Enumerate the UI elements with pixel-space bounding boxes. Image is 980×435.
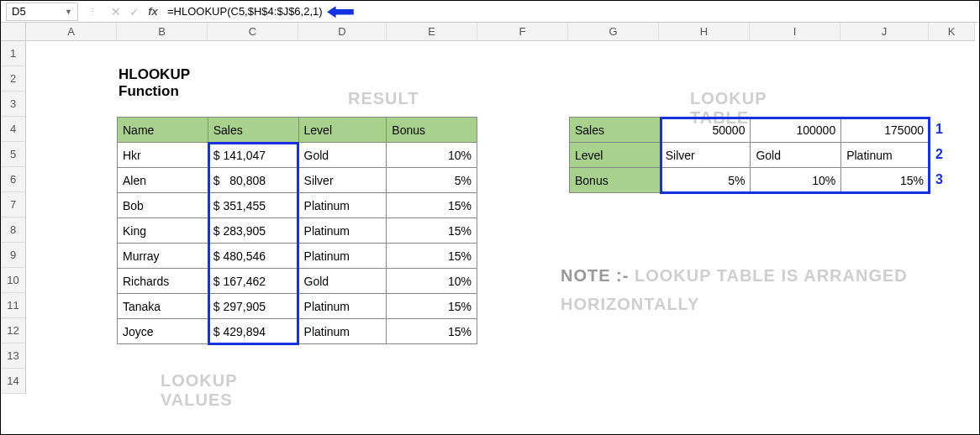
lookup-cell: 10% [751,168,841,193]
table-row: King$ 283,905Platinum15% [118,218,477,244]
hdr-name: Name [118,118,208,143]
cell-level[interactable]: Platinum [298,193,387,218]
row-tag: 2 [935,147,943,162]
col-header-B[interactable]: B [117,23,208,41]
cell-bonus[interactable]: 15% [387,193,477,218]
row-header-14[interactable]: 14 [1,369,26,394]
select-all-corner[interactable] [1,23,26,41]
lookup-cell: Silver [660,143,751,168]
table-row: Alen$ 80,808Silver5% [118,168,477,193]
cell-sales[interactable]: $ 80,808 [208,168,298,193]
cell-level[interactable]: Platinum [298,218,387,244]
lookup-label-sales: Sales [570,118,661,143]
cell-level[interactable]: Platinum [298,244,387,269]
row-header-3[interactable]: 3 [1,92,26,117]
cell-sales[interactable]: $ 167,462 [208,269,298,294]
cell-bonus[interactable]: 10% [387,143,477,168]
hdr-bonus: Bonus [387,118,477,143]
cancel-icon[interactable]: ✕ [107,5,125,18]
lookup-row-sales: Sales 50000 100000 175000 [570,118,930,143]
row-header-6[interactable]: 6 [1,167,26,192]
formula-input[interactable]: =HLOOKUP(C5,$H$4:$J$6,2,1) ⬅ [162,5,979,18]
cell-bonus[interactable]: 15% [387,294,477,319]
row-tag: 1 [935,122,943,137]
cell-bonus[interactable]: 15% [387,244,477,269]
col-header-H[interactable]: H [659,23,750,41]
cell-name[interactable]: King [118,218,208,244]
cell-level[interactable]: Silver [298,168,387,193]
col-header-A[interactable]: A [26,23,117,41]
lookup-label-bonus: Bonus [570,168,661,193]
row-header-8[interactable]: 8 [1,218,26,243]
col-header-G[interactable]: G [568,23,659,41]
formula-text: =HLOOKUP(C5,$H$4:$J$6,2,1) [167,5,323,18]
row-header-10[interactable]: 10 [1,268,26,293]
row-header-2[interactable]: 2 [1,66,26,92]
lookup-cell: 15% [841,168,930,193]
cell-name[interactable]: Bob [118,193,208,218]
cell-sales[interactable]: $ 297,905 [208,294,298,319]
lookup-cell: Platinum [841,143,930,168]
cell-level[interactable]: Platinum [298,319,387,344]
col-header-F[interactable]: F [477,23,568,41]
cell-bonus[interactable]: 15% [387,319,477,344]
row-header-11[interactable]: 11 [1,293,26,318]
cell-name[interactable]: Murray [118,244,208,269]
cell-sales[interactable]: $ 351,455 [208,193,298,218]
name-box[interactable]: D5 ▼ [6,3,78,21]
col-header-I[interactable]: I [750,23,840,41]
col-header-C[interactable]: C [208,23,298,41]
col-header-J[interactable]: J [840,23,929,41]
enter-icon[interactable]: ✓ [125,5,144,18]
result-table: Name Sales Level Bonus Hkr$ 141,047Gold1… [117,117,477,344]
cell-level[interactable]: Gold [298,143,387,168]
table-row: Joyce$ 429,894Platinum15% [118,319,477,344]
row-header-7[interactable]: 7 [1,192,26,218]
separator: ⋮ [78,7,107,16]
lookup-row-bonus: Bonus 5% 10% 15% [570,168,930,193]
row-header-9[interactable]: 9 [1,243,26,268]
table-row: Richards$ 167,462Gold10% [118,269,477,294]
table-header-row: Name Sales Level Bonus [118,118,477,143]
row-header-12[interactable]: 12 [1,318,26,343]
cell-level[interactable]: Gold [298,269,387,294]
cell-sales[interactable]: $ 283,905 [208,218,298,244]
row-header-5[interactable]: 5 [1,142,26,167]
lookup-cell: 50000 [660,118,751,143]
table-row: Bob$ 351,455Platinum15% [118,193,477,218]
row-header-13[interactable]: 13 [1,343,26,369]
row-header-4[interactable]: 4 [1,117,26,142]
table-row: Hkr$ 141,047Gold10% [118,143,477,168]
cell-bonus[interactable]: 15% [387,218,477,244]
col-header-K[interactable]: K [929,23,975,41]
cell-sales[interactable]: $ 141,047 [208,143,298,168]
anno-result: RESULT [348,89,419,108]
note-label: NOTE :- [561,266,629,285]
cell-name[interactable]: Tanaka [118,294,208,319]
hdr-sales: Sales [208,118,298,143]
lookup-cell: 175000 [841,118,930,143]
hdr-level: Level [298,118,387,143]
cell-name[interactable]: Hkr [118,143,208,168]
cell-sales[interactable]: $ 429,894 [208,319,298,344]
row-header-1[interactable]: 1 [1,41,26,66]
page-title: HLOOKUP Function [119,66,190,100]
anno-lookup-values: LOOKUP VALUES [161,371,237,410]
cell-name[interactable]: Joyce [118,319,208,344]
lookup-cell: 100000 [751,118,841,143]
cell-name[interactable]: Richards [118,269,208,294]
cell-bonus[interactable]: 10% [387,269,477,294]
col-header-E[interactable]: E [387,23,477,41]
table-row: Tanaka$ 297,905Platinum15% [118,294,477,319]
table-row: Murray$ 480,546Platinum15% [118,244,477,269]
cell-name[interactable]: Alen [118,168,208,193]
col-header-D[interactable]: D [298,23,387,41]
row-headers: 1234567891011121314 [1,41,26,394]
name-box-value: D5 [12,5,26,18]
cell-level[interactable]: Platinum [298,294,387,319]
chevron-down-icon[interactable]: ▼ [65,8,72,16]
cell-bonus[interactable]: 5% [387,168,477,193]
cell-sales[interactable]: $ 480,546 [208,244,298,269]
lookup-cell: Gold [751,143,841,168]
fx-icon[interactable]: fx [144,5,162,18]
